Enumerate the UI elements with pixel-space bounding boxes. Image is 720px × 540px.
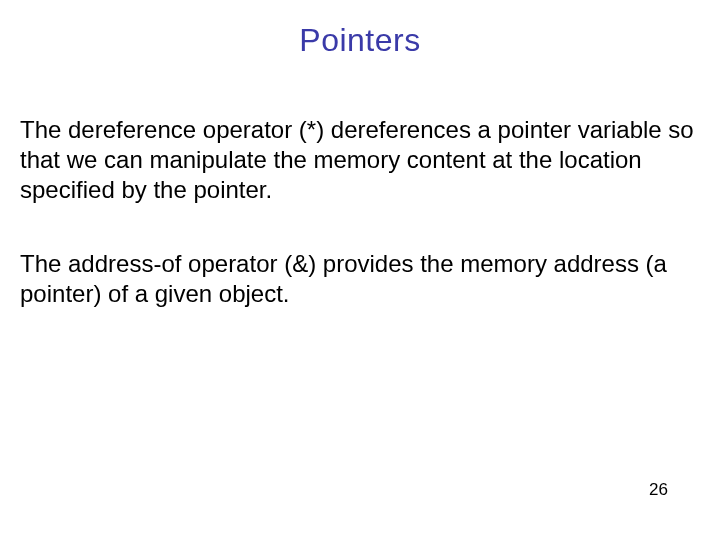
paragraph-dereference: The dereference operator (*) dereference… xyxy=(20,115,700,205)
page-number: 26 xyxy=(649,480,668,500)
slide-container: Pointers The dereference operator (*) de… xyxy=(0,0,720,540)
slide-title: Pointers xyxy=(20,22,700,59)
paragraph-addressof: The address-of operator (&) provides the… xyxy=(20,249,700,309)
